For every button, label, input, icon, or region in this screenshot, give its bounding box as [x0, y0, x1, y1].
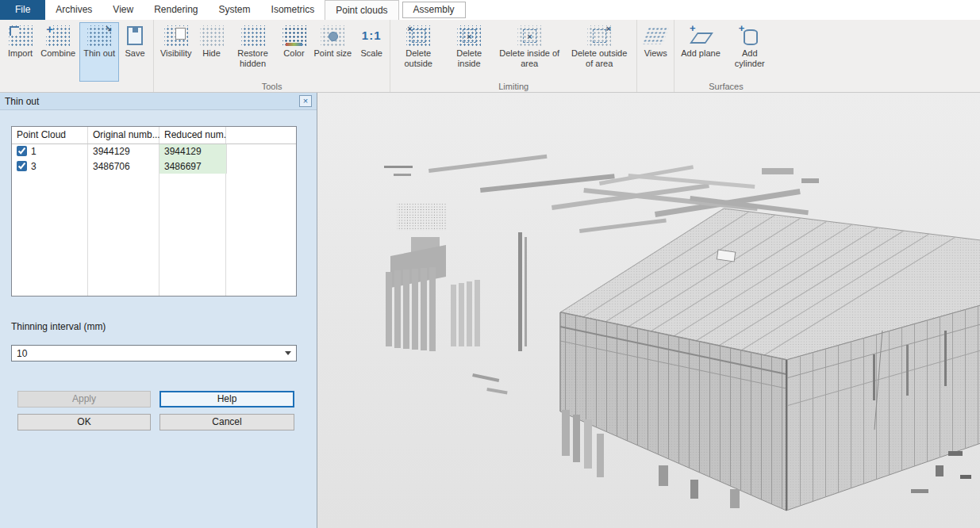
- ribbon-button-combine[interactable]: Combine: [37, 23, 79, 81]
- ribbon-button-thin-out[interactable]: Thin out: [80, 23, 118, 81]
- ribbon-group-views: Views: [637, 20, 674, 92]
- ribbon-button-views[interactable]: Views: [640, 23, 671, 81]
- ribbon-group-limiting: Delete outside Delete inside Delete insi…: [390, 20, 637, 92]
- table-header-row: Point Cloud Original numb... Reduced num…: [12, 127, 296, 143]
- column-header-empty: [226, 127, 296, 143]
- ribbon-button-visibility[interactable]: Visibility: [157, 23, 195, 81]
- thin-out-icon: [87, 25, 111, 46]
- application-window: File Archives View Rendering System Isom…: [0, 0, 980, 528]
- tab-isometrics[interactable]: Isometrics: [261, 0, 325, 20]
- ribbon-button-label: Combine: [40, 48, 75, 59]
- thinning-interval-label: Thinning interval (mm): [11, 321, 106, 332]
- table-row[interactable]: 1 3944129 3944129: [12, 143, 296, 159]
- close-icon[interactable]: ×: [299, 95, 312, 107]
- row-checkbox[interactable]: [17, 146, 27, 156]
- original-count: 3486706: [88, 159, 159, 174]
- tab-view[interactable]: View: [102, 0, 144, 20]
- help-button[interactable]: Help: [159, 391, 294, 407]
- chevron-down-icon: [285, 351, 291, 355]
- cancel-button[interactable]: Cancel: [159, 414, 294, 430]
- ribbon-button-delete-inside[interactable]: Delete inside: [444, 23, 494, 81]
- visibility-icon: [164, 25, 188, 46]
- dialog-title-bar[interactable]: Thin out ×: [0, 93, 317, 110]
- ribbon: Import Combine Thin out Save: [0, 20, 980, 93]
- tab-point-clouds[interactable]: Point clouds: [325, 0, 398, 20]
- hide-icon: [200, 25, 224, 46]
- point-cloud-name: 3: [31, 161, 37, 172]
- ribbon-button-delete-inside-of-area[interactable]: Delete inside of area: [495, 23, 563, 81]
- tab-file[interactable]: File: [0, 0, 45, 20]
- views-icon: [644, 25, 667, 46]
- group-label-surfaces: Surfaces: [674, 82, 778, 91]
- dialog-title: Thin out: [5, 96, 39, 107]
- tab-rendering[interactable]: Rendering: [144, 0, 208, 20]
- ribbon-button-delete-outside[interactable]: Delete outside: [394, 23, 443, 81]
- ribbon-button-label: Save: [125, 48, 144, 59]
- ribbon-group-pointcloud: Import Combine Thin out Save: [2, 20, 154, 92]
- delete-inside-icon: [457, 25, 481, 46]
- column-header-point-cloud: Point Cloud: [12, 127, 88, 143]
- scale-1-1-icon: 1:1: [359, 25, 383, 46]
- ribbon-button-restore-hidden[interactable]: Restore hidden: [229, 23, 278, 81]
- point-size-icon: [321, 25, 344, 46]
- ribbon-button-label: Add plane: [681, 48, 721, 59]
- reduced-count: 3944129: [159, 143, 226, 159]
- ribbon-button-label: Add cylinder: [728, 48, 771, 68]
- ribbon-button-label: Delete inside: [448, 48, 490, 68]
- ribbon-button-label: Delete outside: [397, 48, 440, 68]
- save-icon: [123, 25, 147, 46]
- ribbon-button-add-plane[interactable]: Add plane: [678, 23, 724, 81]
- ribbon-button-label: Thin out: [83, 48, 115, 59]
- ribbon-tab-bar: File Archives View Rendering System Isom…: [0, 0, 980, 20]
- add-cylinder-icon: [738, 25, 762, 46]
- point-cloud-name: 1: [31, 146, 37, 157]
- viewport-3d[interactable]: [317, 93, 980, 528]
- add-plane-icon: [689, 25, 713, 46]
- delete-outside-icon: [406, 25, 430, 46]
- apply-button[interactable]: Apply: [17, 391, 151, 407]
- ribbon-button-label: Delete outside of area: [568, 48, 630, 68]
- group-label-tools: Tools: [154, 82, 390, 91]
- restore-hidden-icon: [241, 25, 265, 46]
- tab-system[interactable]: System: [209, 0, 261, 20]
- delete-outside-of-area-icon: [587, 25, 611, 46]
- ribbon-button-import[interactable]: Import: [5, 23, 36, 81]
- ribbon-button-label: Import: [8, 48, 33, 59]
- point-cloud-table: Point Cloud Original numb... Reduced num…: [11, 126, 297, 297]
- color-icon: [282, 25, 306, 46]
- tab-assembly[interactable]: Assembly: [402, 2, 466, 18]
- ribbon-group-surfaces: Add plane Add cylinder Surfaces: [674, 20, 778, 92]
- ribbon-button-label: Restore hidden: [232, 48, 275, 68]
- ribbon-group-tools: Visibility Hide Restore hidden Color Poi…: [154, 20, 390, 92]
- ribbon-button-delete-outside-of-area[interactable]: Delete outside of area: [565, 23, 633, 81]
- thinning-interval-select[interactable]: 10: [11, 345, 297, 362]
- group-label-limiting: Limiting: [390, 82, 636, 91]
- original-count: 3944129: [88, 143, 159, 159]
- tab-archives[interactable]: Archives: [45, 0, 102, 20]
- ribbon-button-color[interactable]: Color: [279, 23, 309, 81]
- point-cloud-render: [317, 93, 980, 528]
- ribbon-button-label: Delete inside of area: [498, 48, 560, 68]
- building-point-cloud: [560, 209, 980, 511]
- ribbon-button-label: Scale: [360, 48, 382, 59]
- ribbon-button-label: Point size: [314, 48, 352, 59]
- ribbon-button-point-size[interactable]: Point size: [311, 23, 355, 81]
- ribbon-button-label: Views: [644, 48, 667, 59]
- ribbon-button-scale[interactable]: 1:1 Scale: [356, 23, 386, 81]
- row-checkbox[interactable]: [17, 161, 27, 171]
- ok-button[interactable]: OK: [17, 414, 151, 430]
- ribbon-button-add-cylinder[interactable]: Add cylinder: [725, 23, 774, 81]
- thin-out-dialog: Thin out × Point Cloud Original numb... …: [0, 93, 317, 528]
- column-header-original: Original numb...: [88, 127, 159, 143]
- thinning-interval-value: 10: [17, 348, 27, 359]
- column-header-reduced: Reduced num...: [159, 127, 226, 143]
- delete-inside-of-area-icon: [517, 25, 541, 46]
- table-row[interactable]: 3 3486706 3486697: [12, 159, 296, 174]
- ribbon-button-hide[interactable]: Hide: [197, 23, 227, 81]
- combine-icon: [46, 25, 70, 46]
- import-icon: [9, 25, 33, 46]
- ribbon-button-save[interactable]: Save: [120, 23, 150, 81]
- reduced-count: 3486697: [159, 159, 226, 174]
- ribbon-button-label: Color: [283, 48, 304, 59]
- ribbon-button-label: Hide: [202, 48, 221, 59]
